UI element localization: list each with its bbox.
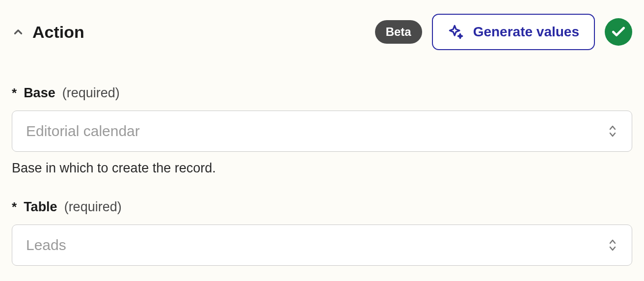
status-ok-badge	[605, 18, 632, 46]
field-label-row: * Base (required)	[12, 85, 632, 101]
required-hint: (required)	[62, 85, 120, 101]
table-select[interactable]: Leads	[12, 225, 632, 266]
table-select-value: Leads	[26, 237, 66, 253]
header-right: Beta Generate values	[375, 14, 632, 50]
check-icon	[611, 24, 626, 40]
select-arrows-icon	[607, 238, 618, 252]
required-asterisk: *	[12, 199, 17, 215]
header-left: Action	[12, 23, 84, 42]
required-asterisk: *	[12, 85, 17, 101]
base-select-value: Editorial calendar	[26, 123, 140, 140]
field-label-row: * Table (required)	[12, 199, 632, 215]
sparkle-icon	[448, 24, 464, 40]
field-base: * Base (required) Editorial calendar Bas…	[12, 85, 632, 176]
field-table: * Table (required) Leads	[12, 199, 632, 266]
chevron-up-icon[interactable]	[12, 26, 25, 38]
beta-badge: Beta	[375, 20, 422, 44]
section-title: Action	[32, 23, 84, 42]
field-label: Table	[24, 199, 57, 215]
generate-values-label: Generate values	[473, 24, 579, 40]
required-hint: (required)	[64, 199, 122, 215]
base-select[interactable]: Editorial calendar	[12, 111, 632, 152]
select-arrows-icon	[607, 124, 618, 138]
section-header: Action Beta Generate values	[12, 14, 632, 50]
field-label: Base	[24, 85, 55, 101]
base-help-text: Base in which to create the record.	[12, 161, 632, 176]
generate-values-button[interactable]: Generate values	[432, 14, 595, 50]
